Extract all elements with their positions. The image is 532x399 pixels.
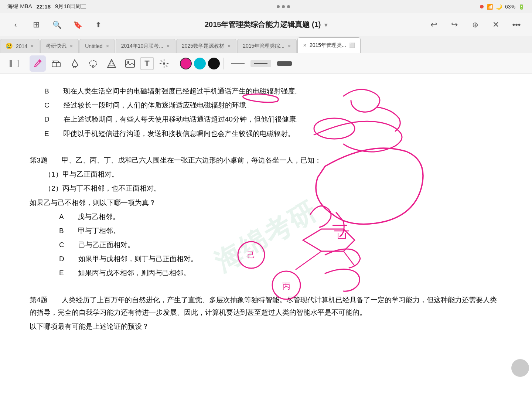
text-tool-button[interactable]: T bbox=[140, 57, 154, 70]
q3-cond1: （1）甲与乙正面相对。 bbox=[44, 168, 502, 181]
tab-kaoyankuaixun[interactable]: 考研快讯 ✕ bbox=[40, 39, 79, 53]
svg-line-15 bbox=[166, 65, 167, 67]
document-page: 海绵考研 B 现在人类生活空间中的电磁辐射强度已经超过手机通话产生的电磁辐射强度… bbox=[0, 74, 532, 399]
carrier: 海绵 MBA bbox=[7, 3, 32, 10]
more-button[interactable]: ••• bbox=[510, 18, 523, 31]
line-B: B 现在人类生活空间中的电磁辐射强度已经超过手机通话产生的电磁辐射强度。 bbox=[44, 85, 502, 98]
tab-close-untitled[interactable]: ✕ bbox=[106, 44, 109, 49]
line-D: D 在上述试验期间，有些人每天使用移动电话通话超过40分钟，但他们很健康。 bbox=[44, 113, 502, 126]
svg-line-14 bbox=[161, 60, 162, 62]
line-medium-button[interactable] bbox=[250, 60, 271, 67]
title-bar-right[interactable]: ↩ ↪ ⊕ ✕ ••• bbox=[427, 18, 523, 31]
svg-marker-5 bbox=[108, 59, 116, 68]
document-title: 2015年管理类综合能力逻辑真题 (1) ▾ bbox=[205, 20, 327, 30]
main-content: 海绵考研 B 现在人类生活空间中的电磁辐射强度已经超过手机通话产生的电磁辐射强度… bbox=[0, 74, 532, 399]
highlighter-tool-button[interactable] bbox=[66, 55, 83, 72]
status-right: 📶 🌙 63% 🔋 bbox=[480, 4, 525, 10]
moon-icon: 🌙 bbox=[496, 4, 502, 10]
q3-E: E 如果丙与戊不相邻，则丙与己相邻。 bbox=[59, 267, 502, 279]
line-C: C 经过较长一段时间，人们的体质逐渐适应强电磁辐射的环境。 bbox=[44, 99, 502, 112]
battery-icon: 🔋 bbox=[518, 4, 525, 10]
q3-header: 第3题 甲、乙、丙、丁、戊和己六人围坐在一张正六边形的小桌前，每边各坐一人，已知… bbox=[30, 154, 502, 167]
q3-A: A 戊与乙相邻。 bbox=[59, 211, 502, 223]
line-E: E 即使以手机短信进行沟通，发送和接收信息瞬间也会产生较强的电磁辐射。 bbox=[44, 127, 502, 140]
tab-close-2015guanli1[interactable]: ✕ bbox=[287, 44, 291, 49]
toolbar-separator-2 bbox=[224, 58, 224, 69]
title-bar: ‹ ⊞ 🔍 🔖 ⬆ 2015年管理类综合能力逻辑真题 (1) ▾ ↩ ↪ ⊕ ✕… bbox=[0, 13, 532, 36]
undo-button[interactable]: ↩ bbox=[427, 18, 440, 31]
image-tool-button[interactable] bbox=[122, 55, 138, 72]
svg-rect-7 bbox=[126, 60, 134, 67]
tab-close-2014liankaoan[interactable]: ✕ bbox=[166, 44, 170, 49]
status-bar: 海绵 MBA 22:18 9月18日周三 📶 🌙 63% 🔋 bbox=[0, 0, 532, 13]
color-pink-button[interactable] bbox=[180, 58, 192, 69]
record-indicator bbox=[480, 5, 484, 8]
time: 22:18 bbox=[37, 3, 51, 10]
color-black-button[interactable] bbox=[208, 58, 220, 69]
svg-rect-18 bbox=[277, 61, 292, 66]
laser-tool-button[interactable] bbox=[156, 55, 172, 72]
document-area: 海绵考研 B 现在人类生活空间中的电磁辐射强度已经超过手机通话产生的电磁辐射强度… bbox=[0, 74, 532, 399]
toolbar: T bbox=[0, 53, 532, 74]
color-cyan-button[interactable] bbox=[194, 58, 206, 69]
title-dropdown-icon[interactable]: ▾ bbox=[324, 22, 327, 28]
q3-cond2: （2）丙与丁不相邻，也不正面相对。 bbox=[44, 182, 502, 195]
eraser-tool-button[interactable] bbox=[48, 55, 64, 72]
tab-2015guanli2[interactable]: ✕ 2015年管理类... ⬜ bbox=[297, 37, 361, 53]
line-thin-button[interactable] bbox=[228, 60, 248, 67]
line-thick-button[interactable] bbox=[273, 60, 296, 67]
back-button[interactable]: ‹ bbox=[9, 18, 22, 31]
sidebar-toggle-button[interactable] bbox=[6, 55, 22, 72]
search-button[interactable]: 🔍 bbox=[50, 18, 64, 31]
share-button[interactable]: ⬆ bbox=[92, 18, 105, 31]
bookmark-button[interactable]: 🔖 bbox=[71, 18, 84, 31]
svg-point-9 bbox=[163, 62, 165, 65]
close-button[interactable]: ✕ bbox=[489, 18, 502, 31]
tab-close-2025shuxue[interactable]: ✕ bbox=[227, 44, 231, 49]
tab-2014liankaoan[interactable]: 2014年10月联考... ✕ bbox=[116, 39, 175, 53]
tab-label-2015guanli1: 2015年管理类综... bbox=[243, 43, 284, 50]
grid-view-button[interactable]: ⊞ bbox=[30, 18, 43, 31]
tab-label-2014: 2014 bbox=[16, 43, 27, 49]
add-page-button[interactable]: ⊕ bbox=[468, 18, 482, 31]
q3-C: C 己与乙正面相对。 bbox=[59, 239, 502, 251]
tab-emoji-2014: 😢 bbox=[6, 42, 13, 50]
q3-question: 如果乙与己不相邻，则以下哪一项为真？ bbox=[30, 197, 502, 209]
shape-tool-button[interactable] bbox=[103, 55, 120, 72]
tab-2015guanli1[interactable]: 2015年管理类综... ✕ bbox=[237, 39, 297, 53]
pen-tool-button[interactable] bbox=[30, 55, 46, 72]
status-center-dots bbox=[277, 5, 290, 8]
tab-bar: 😢 2014 ✕ 考研快讯 ✕ Untitled ✕ 2014年10月联考...… bbox=[0, 36, 532, 53]
tab-close-2014[interactable]: ✕ bbox=[30, 44, 34, 49]
q4-header: 第4题 人类经历了上百万年的自然进化，产生了直觉、多层次抽象等独特智能。尽管现代… bbox=[30, 294, 502, 319]
svg-rect-2 bbox=[52, 62, 60, 67]
toolbar-separator-1 bbox=[176, 58, 176, 69]
date: 9月18日周三 bbox=[55, 3, 86, 10]
scroll-handle[interactable] bbox=[511, 359, 529, 377]
svg-rect-1 bbox=[10, 60, 12, 67]
tab-2014[interactable]: 😢 2014 ✕ bbox=[0, 39, 40, 53]
q3-D: D 如果甲与戊相邻，则丁与己正面相对。 bbox=[59, 253, 502, 265]
document-text: B 现在人类生活空间中的电磁辐射强度已经超过手机通话产生的电磁辐射强度。 C 经… bbox=[30, 85, 502, 333]
tab-label-2015guanli2: 2015年管理类... bbox=[310, 42, 346, 49]
status-left: 海绵 MBA 22:18 9月18日周三 bbox=[7, 3, 86, 10]
tab-thumbnail-icon: ⬜ bbox=[349, 42, 355, 48]
q4-question: 以下哪项最有可能是上述论证的预设？ bbox=[30, 320, 502, 333]
wifi-icon: 📶 bbox=[487, 4, 493, 10]
tab-label-untitled: Untitled bbox=[85, 43, 102, 49]
tab-2025shuxue[interactable]: 2025数学题源教材 ✕ bbox=[176, 39, 236, 53]
tab-label-2025shuxue: 2025数学题源教材 bbox=[182, 43, 224, 50]
tab-untitled[interactable]: Untitled ✕ bbox=[79, 39, 115, 53]
tab-label-kaoyankuaixun: 考研快讯 bbox=[46, 43, 66, 50]
title-bar-left[interactable]: ‹ ⊞ 🔍 🔖 ⬆ bbox=[9, 18, 105, 31]
tab-close-kaoyankuaixun[interactable]: ✕ bbox=[69, 44, 73, 49]
tab-close-active-icon[interactable]: ✕ bbox=[303, 43, 307, 48]
redo-button[interactable]: ↪ bbox=[448, 18, 461, 31]
q3-B: B 甲与丁相邻。 bbox=[59, 225, 502, 237]
lasso-tool-button[interactable] bbox=[85, 55, 101, 72]
battery-level: 63% bbox=[505, 4, 515, 10]
tab-label-2014liankaoan: 2014年10月联考... bbox=[121, 43, 163, 50]
svg-point-8 bbox=[127, 61, 129, 63]
